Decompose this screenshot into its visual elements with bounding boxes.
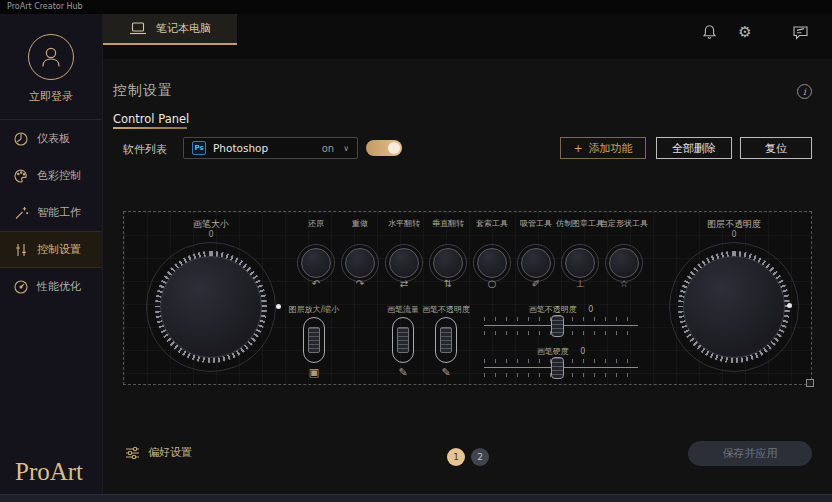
preferences-icon xyxy=(125,446,140,460)
slider-label: 画笔不透明度 0 xyxy=(484,304,638,314)
knob-label: 自定形状工具 xyxy=(594,218,654,229)
reset-button[interactable]: 复位 xyxy=(740,137,812,159)
dial-face xyxy=(683,256,785,358)
preferences-label: 偏好设置 xyxy=(148,445,192,460)
fader-label: 画笔不透明度 xyxy=(409,304,483,314)
tab-laptop[interactable]: 笔记本电脑 xyxy=(103,14,237,45)
window-title: ProArt Creator Hub xyxy=(7,2,83,11)
gauge-icon xyxy=(12,278,29,295)
notifications-button[interactable] xyxy=(700,23,718,41)
app-window: 立即登录 仪表板 色彩控制 xyxy=(0,14,832,494)
feedback-button[interactable] xyxy=(791,23,809,41)
fader-thumb[interactable] xyxy=(308,327,320,353)
dial-face xyxy=(160,256,262,358)
panel-resize-handle[interactable] xyxy=(806,379,814,387)
dial-brush-size[interactable]: 画笔大小 0 xyxy=(141,218,281,372)
knob-ring xyxy=(605,244,643,282)
plus-icon: + xyxy=(573,142,582,155)
save-apply-button[interactable]: 保存并应用 xyxy=(688,441,812,466)
custom-shape-icon: ☆ xyxy=(594,278,654,290)
slider-label-text: 画笔硬度 xyxy=(537,347,569,356)
user-icon xyxy=(37,43,65,71)
sidebar-item-label: 控制设置 xyxy=(37,242,81,257)
fader-brush-opacity[interactable]: 画笔不透明度 ✎ xyxy=(409,304,483,379)
slider-handle[interactable] xyxy=(551,315,564,337)
fader-label: 图层放大/缩小 xyxy=(277,304,351,314)
dial-value: 0 xyxy=(664,230,804,242)
fader-layer-zoom[interactable]: 图层放大/缩小 ▣ xyxy=(277,304,351,379)
control-panel-canvas: 画笔大小 0 还原 ↶ 重做 ↷ 水平翻转 xyxy=(123,211,812,385)
sidebar-item-label: 性能优化 xyxy=(37,279,81,294)
sidebar: 立即登录 仪表板 色彩控制 xyxy=(0,14,103,494)
login-link[interactable]: 立即登录 xyxy=(0,89,102,104)
knob-face xyxy=(565,248,595,278)
window-titlebar: ProArt Creator Hub xyxy=(0,0,832,14)
software-enable-toggle[interactable] xyxy=(366,140,402,156)
slider-label-text: 画笔不透明度 xyxy=(529,305,577,314)
proart-logo: ProArt xyxy=(15,458,83,486)
chevron-down-icon: ∨ xyxy=(343,144,349,153)
account-section[interactable]: 立即登录 xyxy=(0,14,102,104)
knob-face xyxy=(301,248,331,278)
knob-custom-shape-tool[interactable]: 自定形状工具 ☆ xyxy=(594,218,654,290)
dial-ring xyxy=(146,242,276,372)
add-function-button[interactable]: + 添加功能 xyxy=(560,137,646,159)
sliders-icon xyxy=(12,241,29,258)
feedback-icon xyxy=(792,25,809,40)
sidebar-item-color-control[interactable]: 色彩控制 xyxy=(0,157,102,194)
gear-icon: ⚙ xyxy=(738,23,751,41)
add-function-label: 添加功能 xyxy=(589,141,633,156)
knob-face xyxy=(389,248,419,278)
magic-wand-icon xyxy=(12,204,29,221)
brush-opacity-icon: ✎ xyxy=(409,366,483,379)
slider-label: 画笔硬度 0 xyxy=(484,346,638,356)
dial-value: 0 xyxy=(141,230,281,242)
slider-handle[interactable] xyxy=(551,357,564,379)
photoshop-icon: Ps xyxy=(192,141,206,155)
sidebar-item-performance[interactable]: 性能优化 xyxy=(0,268,102,305)
slider-value: 0 xyxy=(588,305,593,314)
fader-track xyxy=(435,317,457,363)
app-state: on xyxy=(322,143,334,154)
dial-indicator-dot xyxy=(787,303,792,308)
page-dot-2[interactable]: 2 xyxy=(471,448,489,466)
selected-app-name: Photoshop xyxy=(213,142,315,154)
preferences-button[interactable]: 偏好设置 xyxy=(125,445,192,460)
palette-icon xyxy=(12,167,29,184)
sidebar-item-dashboard[interactable]: 仪表板 xyxy=(0,120,102,157)
slider-value: 0 xyxy=(580,347,585,356)
dial-knob[interactable] xyxy=(678,251,790,363)
knob-face xyxy=(609,248,639,278)
sidebar-item-smart-work[interactable]: 智能工作 xyxy=(0,194,102,231)
fader-thumb[interactable] xyxy=(440,327,452,353)
knob-face xyxy=(345,248,375,278)
dial-label: 图层不透明度 xyxy=(664,218,804,230)
topbar: 笔记本电脑 ⚙ xyxy=(103,14,832,59)
bell-icon xyxy=(702,24,717,40)
page-dot-1[interactable]: 1 xyxy=(447,448,465,466)
slider-track xyxy=(484,316,638,340)
slider-brush-hardness[interactable]: 画笔硬度 0 xyxy=(484,346,638,382)
dashboard-icon xyxy=(12,130,29,147)
dial-ring xyxy=(669,242,799,372)
tab-control-panel[interactable]: Control Panel xyxy=(113,112,189,126)
fader-track xyxy=(303,317,325,363)
dial-knob[interactable] xyxy=(155,251,267,363)
layer-zoom-icon: ▣ xyxy=(277,366,351,379)
software-select[interactable]: Ps Photoshop on ∨ xyxy=(183,137,358,159)
avatar[interactable] xyxy=(28,34,74,80)
laptop-icon xyxy=(129,22,147,35)
info-icon[interactable]: i xyxy=(797,84,812,99)
taskbar-strip xyxy=(0,494,832,502)
knob-face xyxy=(477,248,507,278)
main-area: 笔记本电脑 ⚙ 控制设置 i Control Panel 软件列表 xyxy=(103,14,832,494)
delete-all-button[interactable]: 全部删除 xyxy=(656,137,732,159)
fader-thumb[interactable] xyxy=(397,327,409,353)
slider-track xyxy=(484,358,638,382)
page-title: 控制设置 xyxy=(113,82,173,100)
sidebar-item-control-settings[interactable]: 控制设置 xyxy=(0,231,102,268)
settings-button[interactable]: ⚙ xyxy=(736,23,754,41)
software-list-label: 软件列表 xyxy=(123,142,167,157)
slider-brush-opacity[interactable]: 画笔不透明度 0 xyxy=(484,304,638,340)
dial-layer-opacity[interactable]: 图层不透明度 0 xyxy=(664,218,804,372)
